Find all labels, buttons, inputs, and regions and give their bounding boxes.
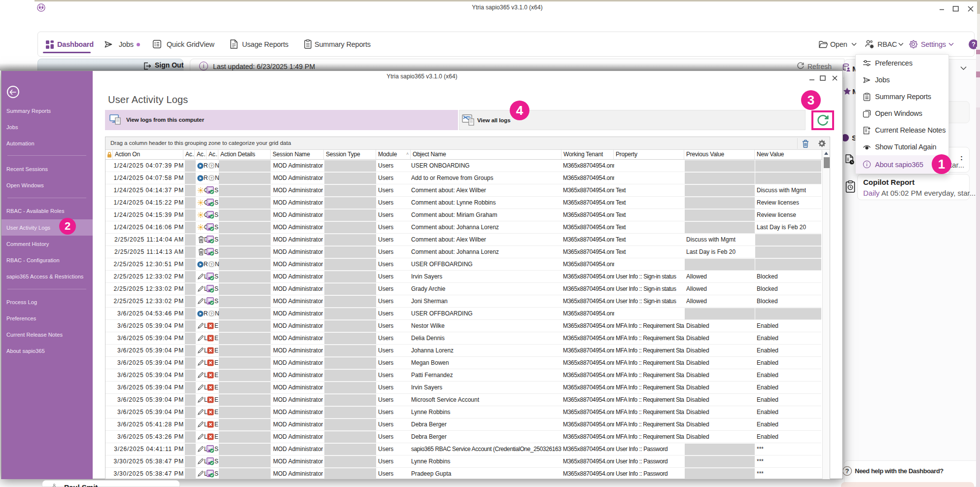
svg-text:?: ? <box>210 176 213 180</box>
svg-text:?: ? <box>210 262 213 267</box>
svg-text:?: ? <box>210 312 213 316</box>
svg-text:?: ? <box>210 164 213 168</box>
